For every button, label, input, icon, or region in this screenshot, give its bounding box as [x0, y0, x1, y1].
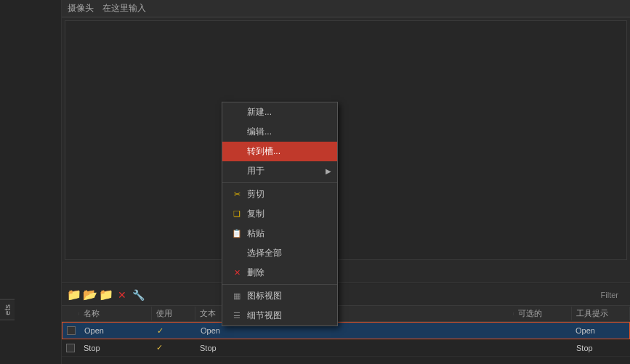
- row-optional-stop: [514, 347, 572, 349]
- row-text-open: Open: [196, 325, 240, 336]
- separator-1: [222, 182, 337, 183]
- row-tooltip-open: Open: [571, 325, 629, 336]
- filter-label: Filter: [601, 291, 618, 299]
- delete-button[interactable]: ✕: [116, 288, 129, 302]
- checkbox-open[interactable]: [67, 326, 76, 335]
- cut-icon: ✂: [231, 190, 243, 199]
- context-menu: 新建... 编辑... 转到槽... 用于 ▶ ✂ 剪切: [222, 102, 338, 326]
- panel-content: [65, 20, 627, 260]
- col-header-optional: 可选的: [514, 307, 572, 320]
- folder-blue-button[interactable]: 📁: [100, 288, 113, 302]
- context-menu-item-paste[interactable]: 📋 粘贴: [222, 224, 337, 243]
- iconview-icon: ▦: [231, 291, 243, 301]
- folder-open-button[interactable]: 📂: [84, 288, 97, 302]
- context-menu-item-cut[interactable]: ✂ 剪切: [222, 185, 337, 204]
- bottom-panel: 📁 📂 📁 ✕ 🔧 Filter 名称 使用 文本 可选的 工具提示 Open …: [62, 284, 630, 364]
- sidebar-tab-ets[interactable]: ets: [0, 299, 15, 320]
- top-panel: 摄像头 在这里输入 新建... 编辑... 转到槽...: [62, 0, 630, 283]
- context-menu-item-selectall[interactable]: 选择全部: [222, 243, 337, 263]
- paste-icon: 📋: [231, 229, 243, 238]
- table-header: 名称 使用 文本 可选的 工具提示: [62, 306, 630, 322]
- context-menu-item-delete[interactable]: ✕ 删除: [222, 263, 337, 283]
- context-menu-item-iconview[interactable]: ▦ 图标视图: [222, 286, 337, 306]
- col-header-tooltip: 工具提示: [572, 307, 630, 320]
- left-sidebar: ets: [0, 0, 62, 364]
- row-name-stop: Stop: [79, 342, 152, 354]
- row-name-open: Open: [80, 325, 153, 336]
- delete-icon: ✕: [231, 268, 243, 278]
- context-menu-item-usedfor[interactable]: 用于 ▶: [222, 161, 337, 181]
- row-optional-open: [513, 329, 571, 332]
- context-menu-item-new[interactable]: 新建...: [222, 102, 337, 122]
- col-header-usage: 使用: [152, 307, 195, 320]
- row-usage-open: ✓: [153, 325, 196, 337]
- checkbox-stop[interactable]: [66, 344, 75, 352]
- panel-header-input[interactable]: 在这里输入: [102, 2, 146, 15]
- wrench-button[interactable]: 🔧: [132, 288, 145, 302]
- context-menu-item-copy[interactable]: ❑ 复制: [222, 204, 337, 224]
- main-area: 摄像头 在这里输入 新建... 编辑... 转到槽...: [62, 0, 630, 364]
- table-row[interactable]: Open ✓ Open Open: [62, 322, 630, 339]
- row-checkbox-open[interactable]: [62, 325, 80, 336]
- row-checkbox-stop[interactable]: [62, 342, 79, 354]
- context-menu-item-detailview[interactable]: ☰ 细节视图: [222, 306, 337, 325]
- col-header-checkbox: [62, 312, 79, 315]
- submenu-arrow-icon: ▶: [326, 167, 331, 175]
- toolbar-row: 📁 📂 📁 ✕ 🔧 Filter: [62, 284, 630, 306]
- copy-icon: ❑: [231, 209, 243, 219]
- context-menu-item-goto[interactable]: 转到槽...: [222, 142, 337, 161]
- row-tooltip-stop: Stop: [572, 342, 630, 354]
- col-header-name: 名称: [79, 307, 152, 320]
- row-extra-open: [240, 329, 513, 332]
- table-row[interactable]: Stop ✓ Stop Stop: [62, 339, 630, 357]
- panel-header-camera: 摄像头: [68, 2, 94, 15]
- context-menu-item-edit[interactable]: 编辑...: [222, 122, 337, 142]
- panel-header: 摄像头 在这里输入: [62, 0, 630, 17]
- detailview-icon: ☰: [231, 311, 243, 320]
- row-extra-stop: [239, 347, 514, 349]
- row-usage-stop: ✓: [152, 341, 195, 354]
- folder-new-button[interactable]: 📁: [68, 288, 81, 302]
- row-text-stop: Stop: [195, 342, 239, 354]
- separator-2: [222, 284, 337, 285]
